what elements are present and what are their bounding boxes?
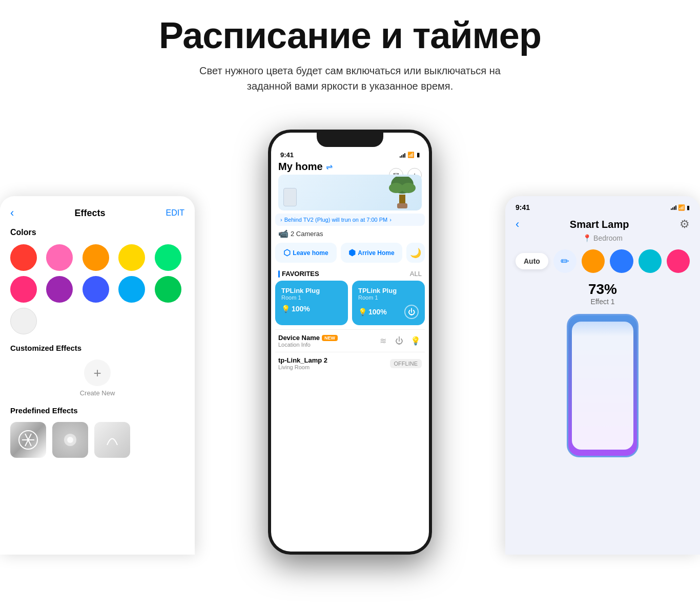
battery-icon: ▮ bbox=[417, 152, 420, 158]
color-grid-row1 bbox=[10, 244, 184, 271]
color-purple[interactable] bbox=[46, 276, 73, 303]
favorites-all-button[interactable]: ALL bbox=[410, 270, 422, 278]
settings-gear-icon[interactable]: ⚙ bbox=[680, 218, 690, 231]
favorites-grid: TPLink Plug Room 1 💡 100% TPLink Plug Ro… bbox=[271, 281, 429, 329]
color-edit-button[interactable]: ✏ bbox=[553, 249, 577, 273]
arrive-home-icon: ⬢ bbox=[348, 248, 356, 258]
color-option-teal[interactable] bbox=[639, 249, 662, 273]
device-icon-bulb: 💡 bbox=[409, 335, 422, 347]
fav-card-2-percent: 💡 100% bbox=[358, 308, 387, 316]
right-info: 73% Effect 1 bbox=[516, 281, 690, 306]
predefined-effects-row bbox=[10, 422, 184, 458]
svg-point-7 bbox=[389, 183, 403, 193]
plus-icon: + bbox=[84, 359, 111, 386]
predefined-effect-3[interactable] bbox=[94, 422, 130, 458]
effects-title: Effects bbox=[74, 208, 105, 219]
new-badge: NEW bbox=[322, 335, 338, 341]
right-status-time: 9:41 bbox=[516, 203, 530, 211]
fav-card-1-subtitle: Room 1 bbox=[281, 294, 342, 301]
color-red[interactable] bbox=[10, 244, 37, 271]
lamp-inner bbox=[572, 322, 633, 450]
lamp-body bbox=[567, 314, 639, 457]
fav-card-2-subtitle: Room 1 bbox=[358, 294, 419, 301]
center-status-time: 9:41 bbox=[280, 151, 294, 159]
wifi-icon: 📶 bbox=[407, 152, 415, 158]
right-signal-icon bbox=[671, 205, 676, 210]
effects-edit-button[interactable]: EDIT bbox=[166, 208, 184, 218]
arrive-home-label: Arrive Home bbox=[358, 249, 394, 257]
right-color-row: Auto ✏ bbox=[516, 249, 690, 273]
effects-back-button[interactable]: ‹ bbox=[10, 206, 14, 220]
right-percent: 73% bbox=[516, 281, 690, 298]
transfer-icon[interactable]: ⇌ bbox=[326, 162, 333, 172]
notification-banner[interactable]: › Behind TV2 (Plug) will trun on at 7:00… bbox=[275, 214, 425, 226]
favorites-bar-indicator bbox=[278, 270, 280, 278]
device-item-2-icons: OFFLINE bbox=[390, 359, 422, 368]
predefined-effect-1[interactable] bbox=[10, 422, 46, 458]
color-option-blue[interactable] bbox=[610, 249, 633, 273]
auto-button[interactable]: Auto bbox=[516, 253, 548, 269]
offline-badge: OFFLINE bbox=[390, 359, 422, 368]
color-yellow[interactable] bbox=[118, 244, 145, 271]
device-icon-power[interactable]: ⏻ bbox=[393, 335, 405, 347]
device-item-2-name: tp-Link_Lamp 2 bbox=[278, 356, 327, 364]
page-title: Расписание и таймер bbox=[31, 15, 669, 56]
home-actions: ⬡ Leave home ⬢ Arrive Home 🌙 bbox=[271, 243, 429, 267]
notification-text: Behind TV2 (Plug) will trun on at 7:00 P… bbox=[284, 217, 388, 223]
fav-card-1-title: TPLink Plug bbox=[281, 287, 342, 294]
right-battery-icon: ▮ bbox=[687, 204, 690, 211]
more-actions-button[interactable]: 🌙 bbox=[406, 243, 425, 263]
phones-container: ‹ Effects EDIT Colors Cu bbox=[0, 114, 700, 555]
color-indigo[interactable] bbox=[83, 276, 109, 303]
smart-lamp-back-button[interactable]: ‹ bbox=[516, 218, 519, 231]
right-location: 📍 Bedroom bbox=[516, 234, 690, 242]
fav-card-1[interactable]: TPLink Plug Room 1 💡 100% bbox=[275, 281, 348, 325]
color-green[interactable] bbox=[155, 244, 181, 271]
color-option-orange[interactable] bbox=[582, 249, 605, 273]
color-hotpink[interactable] bbox=[10, 276, 37, 303]
svg-point-8 bbox=[401, 183, 416, 193]
device-list: Device Name NEW Location Info ≋ ⏻ 💡 bbox=[271, 329, 429, 374]
customized-effects-label: Customized Effects bbox=[10, 344, 184, 352]
color-lime[interactable] bbox=[155, 276, 181, 303]
phone-right: 9:41 📶 ▮ ‹ Smart Lamp ⚙ bbox=[505, 196, 700, 555]
device-icon-zwave: ≋ bbox=[377, 335, 389, 347]
color-orange[interactable] bbox=[83, 244, 109, 271]
leave-home-button[interactable]: ⬡ Leave home bbox=[275, 243, 337, 263]
phone-left: ‹ Effects EDIT Colors Cu bbox=[0, 196, 195, 555]
color-pink[interactable] bbox=[46, 244, 73, 271]
home-title: My home bbox=[278, 161, 323, 173]
color-white[interactable] bbox=[10, 308, 37, 334]
predefined-effect-2[interactable] bbox=[52, 422, 88, 458]
color-lightblue[interactable] bbox=[118, 276, 145, 303]
right-effect-name: Effect 1 bbox=[516, 298, 690, 306]
favorites-header: FAVORITES ALL bbox=[271, 267, 429, 281]
phone-center: 9:41 📶 ▮ My home bbox=[268, 130, 432, 555]
fav-card-2-title: TPLink Plug bbox=[358, 287, 419, 294]
device-icon-banner bbox=[283, 188, 297, 206]
device-item-2[interactable]: tp-Link_Lamp 2 Living Room OFFLINE bbox=[275, 352, 425, 374]
device-item-1-name: Device Name NEW bbox=[278, 334, 338, 342]
device-item-2-location: Living Room bbox=[278, 364, 327, 370]
create-new-text: Create New bbox=[80, 389, 115, 397]
color-option-pink[interactable] bbox=[667, 249, 690, 273]
arrive-home-button[interactable]: ⬢ Arrive Home bbox=[341, 243, 402, 263]
device-item-1-icons: ≋ ⏻ 💡 bbox=[377, 335, 422, 347]
smart-lamp-title: Smart Lamp bbox=[570, 219, 629, 230]
fav-power-button-2[interactable]: ⏻ bbox=[404, 305, 419, 319]
device-item-1[interactable]: Device Name NEW Location Info ≋ ⏻ 💡 bbox=[275, 329, 425, 352]
bulb-icon-2: 💡 bbox=[358, 308, 367, 316]
device-item-1-location: Location Info bbox=[278, 342, 338, 348]
lamp-visual bbox=[516, 314, 690, 457]
home-banner bbox=[278, 175, 422, 210]
page-subtitle: Свет нужного цвета будет сам включаться … bbox=[31, 63, 669, 94]
effects-header: ‹ Effects EDIT bbox=[10, 206, 184, 220]
cameras-row: 📹 2 Cameras bbox=[271, 229, 429, 243]
right-status-bar: 9:41 📶 ▮ bbox=[516, 203, 690, 211]
fav-card-2[interactable]: TPLink Plug Room 1 💡 100% ⏻ bbox=[352, 281, 425, 325]
create-new-button[interactable]: + Create New bbox=[10, 359, 184, 397]
colors-label: Colors bbox=[10, 228, 184, 237]
right-header: ‹ Smart Lamp ⚙ bbox=[516, 218, 690, 231]
predefined-effects-label: Predefined Effects bbox=[10, 406, 184, 415]
signal-icon bbox=[400, 153, 405, 158]
